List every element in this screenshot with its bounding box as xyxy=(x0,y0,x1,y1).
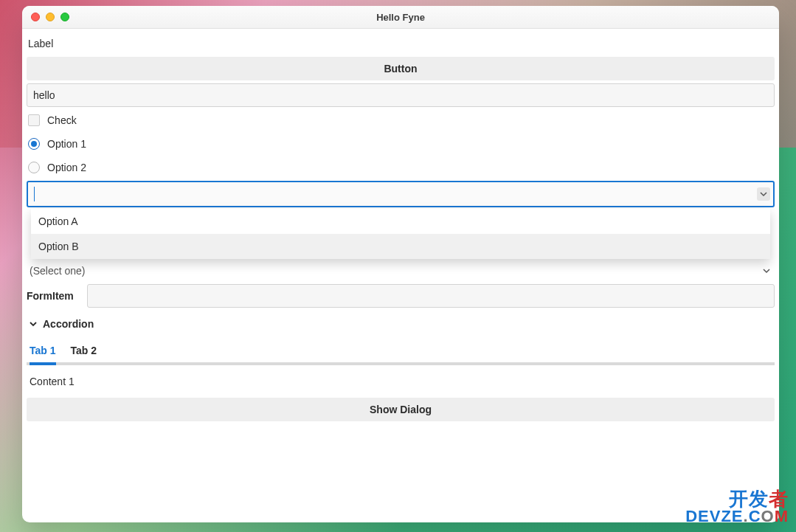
radio-label: Option 2 xyxy=(47,162,86,173)
titlebar: Hello Fyne xyxy=(22,6,779,29)
caret-down-icon xyxy=(763,265,770,277)
select-widget[interactable]: (Select one) xyxy=(27,262,775,280)
tab-bar: Tab 1 Tab 2 xyxy=(27,339,775,365)
main-button-label: Button xyxy=(384,63,417,75)
combo-entry[interactable] xyxy=(27,181,775,207)
text-cursor-icon xyxy=(34,187,35,201)
accordion-title: Accordion xyxy=(43,318,94,330)
radio-option-1[interactable]: Option 1 xyxy=(27,134,775,154)
watermark-text: E xyxy=(732,507,744,525)
select-placeholder: (Select one) xyxy=(30,265,85,277)
caret-down-icon xyxy=(30,320,37,328)
watermark-text: M xyxy=(775,507,789,525)
watermark-text: O xyxy=(761,507,775,525)
tab-content: Content 1 xyxy=(27,368,775,395)
text-entry[interactable] xyxy=(27,83,775,107)
radio-option-2[interactable]: Option 2 xyxy=(27,157,775,178)
dropdown-item[interactable]: Option A xyxy=(31,209,770,234)
watermark-text: DEV xyxy=(685,507,721,525)
dropdown-item[interactable]: Option B xyxy=(31,234,770,259)
form-item-label: FormItem xyxy=(27,290,78,302)
caret-down-icon xyxy=(760,190,767,198)
minimize-icon[interactable] xyxy=(46,13,55,21)
watermark: 开发者 DEVZE.COM xyxy=(685,489,789,525)
watermark-text: C xyxy=(749,507,761,525)
combo-dropdown-button[interactable] xyxy=(757,187,770,201)
radio-icon xyxy=(28,162,40,173)
show-dialog-label: Show Dialog xyxy=(370,404,432,415)
form-row: FormItem xyxy=(27,283,775,309)
show-dialog-button[interactable]: Show Dialog xyxy=(27,398,775,421)
main-button[interactable]: Button xyxy=(27,57,775,80)
check-row[interactable]: Check xyxy=(27,110,775,131)
tab-1[interactable]: Tab 1 xyxy=(30,339,56,365)
tab-2[interactable]: Tab 2 xyxy=(71,339,97,365)
watermark-text: Z xyxy=(721,507,731,525)
radio-label: Option 1 xyxy=(47,138,86,150)
form-item-input[interactable] xyxy=(87,284,775,308)
accordion-header[interactable]: Accordion xyxy=(27,312,775,336)
radio-icon xyxy=(28,138,40,150)
maximize-icon[interactable] xyxy=(60,13,69,21)
checkbox-icon xyxy=(28,114,40,126)
close-icon[interactable] xyxy=(31,13,40,21)
window-title: Hello Fyne xyxy=(22,12,779,23)
static-label: Label xyxy=(27,33,775,54)
watermark-text: . xyxy=(744,507,749,525)
app-window: Hello Fyne Label Button Check Option 1 O… xyxy=(22,6,779,522)
combo-dropdown: Option A Option B xyxy=(31,209,770,259)
window-content: Label Button Check Option 1 Option 2 xyxy=(22,29,779,522)
check-label: Check xyxy=(47,114,77,126)
